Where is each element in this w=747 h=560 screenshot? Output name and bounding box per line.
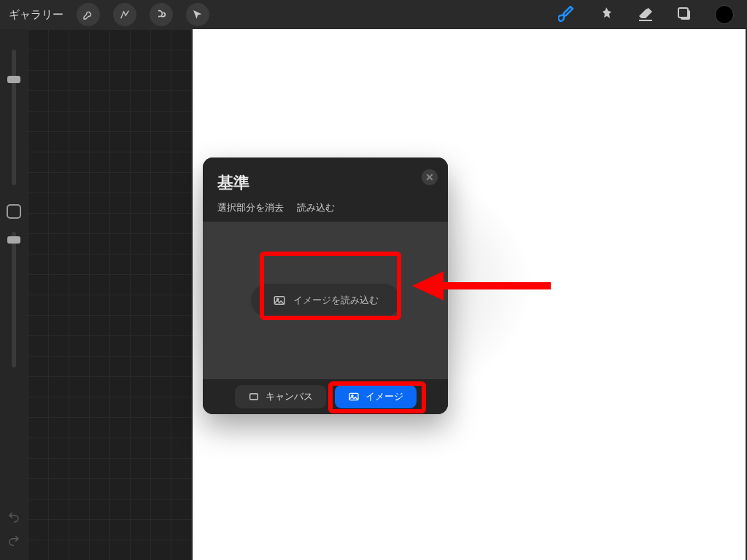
top-toolbar: ギャラリー	[0, 0, 747, 29]
panel-body: イメージを読み込む	[203, 222, 448, 379]
tab-canvas[interactable]: キャンバス	[235, 385, 326, 408]
brush-opacity-thumb[interactable]	[7, 236, 20, 244]
load-image-button[interactable]: イメージを読み込む	[251, 284, 400, 317]
panel-tabs: キャンバス イメージ	[203, 379, 448, 414]
modifier-toggle[interactable]	[7, 204, 21, 219]
load-image-label: イメージを読み込む	[293, 294, 379, 307]
smudge-icon[interactable]	[597, 5, 616, 24]
selection-icon[interactable]	[150, 3, 173, 26]
redo-icon[interactable]	[7, 534, 20, 550]
brush-size-thumb[interactable]	[7, 76, 20, 83]
undo-redo-group	[7, 510, 20, 550]
tab-image-label: イメージ	[365, 390, 403, 403]
brush-icon[interactable]	[557, 5, 576, 24]
top-toolbar-left: ギャラリー	[9, 3, 209, 26]
top-toolbar-right	[557, 5, 738, 24]
offcanvas-grid	[28, 29, 193, 560]
layers-icon[interactable]	[676, 5, 694, 24]
panel-subrow: 選択部分を消去 読み込む	[217, 201, 433, 214]
image-icon	[273, 294, 286, 307]
canvas-icon	[248, 391, 260, 402]
reference-panel: 基準 ✕ 選択部分を消去 読み込む イメージを読み込む キャンバス イメージ	[203, 158, 448, 414]
eraser-icon[interactable]	[636, 5, 655, 24]
undo-icon[interactable]	[7, 510, 20, 526]
left-sidebar	[0, 29, 28, 560]
adjust-icon[interactable]	[113, 3, 136, 26]
brush-size-slider[interactable]	[12, 50, 16, 185]
panel-header: 基準 ✕ 選択部分を消去 読み込む	[203, 158, 448, 222]
move-icon[interactable]	[186, 3, 209, 26]
gallery-button[interactable]: ギャラリー	[9, 8, 63, 22]
svg-rect-4	[249, 394, 258, 400]
close-icon[interactable]: ✕	[422, 169, 438, 185]
svg-rect-1	[678, 8, 688, 18]
clear-selection-button[interactable]: 選択部分を消去	[217, 201, 284, 214]
load-button-text[interactable]: 読み込む	[297, 201, 335, 214]
color-swatch[interactable]	[715, 5, 734, 24]
image-icon	[348, 391, 360, 402]
tab-canvas-label: キャンバス	[266, 390, 313, 403]
panel-title: 基準	[217, 172, 433, 194]
brush-opacity-slider[interactable]	[12, 232, 16, 368]
tab-image[interactable]: イメージ	[335, 385, 417, 408]
wrench-icon[interactable]	[77, 3, 100, 26]
